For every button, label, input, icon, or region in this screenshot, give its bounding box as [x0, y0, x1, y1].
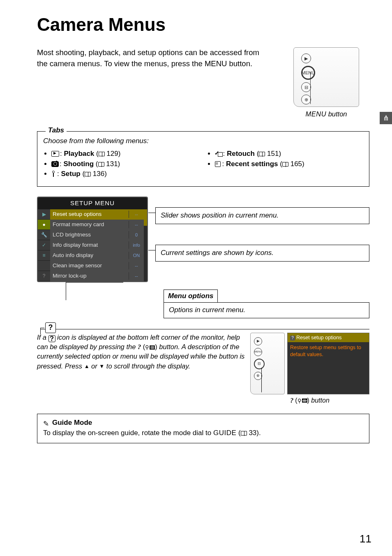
caption-button-word: button	[309, 397, 330, 404]
serif-q-icon: ?	[290, 397, 295, 404]
guide-frag: (	[236, 429, 240, 437]
page-ref: 33	[249, 429, 256, 437]
tab-shooting: : Shooting ( 131)	[51, 160, 200, 169]
lcd-row: Clean image sensor--	[50, 261, 144, 271]
down-triangle-icon: ▼	[99, 363, 104, 369]
guide-mode-box: Guide Mode To display the on-screen guid…	[37, 414, 369, 443]
help-question-icon: ?	[45, 322, 56, 333]
page-ref: 131	[106, 160, 118, 168]
menu-button-figure: ▶ MENU ⊟ ⊕ MENU button	[283, 47, 369, 118]
tab-recent: : Recent settings ( 165)	[215, 160, 364, 169]
menu-options-body: Options in current menu.	[164, 302, 369, 318]
lcd-tab-recent-icon: ≡	[38, 250, 50, 261]
page-ref: 151	[267, 150, 279, 158]
zoom-in-icon: ⊕	[254, 372, 262, 380]
lcd-scrollbar	[144, 209, 147, 281]
intro-paragraph: Most shooting, playback, and setup optio…	[37, 47, 271, 118]
help-frag: to scroll through the display.	[104, 362, 190, 370]
page-ref: 136	[93, 170, 104, 178]
lcd-row-label: Auto info display	[50, 252, 129, 259]
menu-icon: MENU	[254, 348, 262, 356]
guide-frag: To display the on-screen guide, rotate t…	[43, 429, 213, 437]
zoom-in-icon: ⊕	[301, 95, 311, 104]
lcd-list: Reset setup options-- Format memory card…	[50, 209, 144, 281]
play-icon: ▶	[254, 337, 262, 345]
callout-slider: Slider shows position in current menu.	[155, 207, 369, 224]
tabs-list-left: : Playback ( 129) : Shooting ( 131) : Se…	[43, 148, 200, 180]
page-ref-icon	[99, 152, 105, 156]
zoom-out-thumb-icon: ⚲	[297, 397, 307, 405]
lcd-tab-play-icon: ▶	[38, 209, 50, 220]
lcd-header: SETUP MENU	[38, 197, 147, 209]
section-thumb-tab: ⋔	[380, 112, 392, 124]
menu-button-icon: MENU	[301, 66, 315, 80]
lcd-row: Auto info displayON	[50, 250, 144, 261]
lcd-row: Info display formatinfo	[50, 240, 144, 250]
page-ref: 129	[106, 150, 118, 158]
camera-back-small-illustration: ▶ MENU ⊟ ⊕	[250, 333, 285, 394]
tabs-lead: Choose from the following menus:	[43, 137, 363, 146]
lcd-row-label: Format memory card	[50, 221, 129, 228]
lcd-row: Format memory card--	[50, 220, 144, 230]
lcd-row: Mirror lock-up--	[50, 271, 144, 281]
page-ref-icon	[282, 162, 288, 167]
menu-button-caption: MENU button	[283, 109, 369, 118]
lcd-row-value: ON	[129, 253, 144, 259]
lcd-screenshot: SETUP MENU ▶ ● 🔧 ✓ ≡ ? Reset setup optio…	[37, 197, 148, 282]
help-text: If a ? icon is displayed at the bottom l…	[37, 333, 245, 405]
help-tooltip: ?Reset setup options Restore setup menu …	[287, 333, 369, 394]
lcd-row-value: --	[129, 222, 144, 228]
guide-mode-title: Guide Mode	[43, 418, 363, 428]
page-number: 11	[360, 532, 371, 546]
play-icon: ▶	[301, 53, 311, 63]
guide-title-text: Guide Mode	[52, 419, 92, 426]
setup-icon	[51, 171, 56, 177]
zoom-out-button-icon: ⊟	[254, 359, 265, 369]
guide-mode-body: To display the on-screen guide, rotate t…	[43, 429, 363, 438]
page-title: Camera Menus	[37, 12, 369, 37]
tabs-box: Tabs Choose from the following menus: : …	[37, 131, 369, 187]
tabs-list-right: : Retouch ( 151) : Recent settings ( 165…	[207, 148, 364, 180]
menu-options-box: Menu options Options in current menu.	[164, 290, 369, 318]
zoom-out-thumb-icon: ⚲	[145, 344, 155, 351]
page-ref-icon	[259, 152, 265, 156]
lcd-tab-icons: ▶ ● 🔧 ✓ ≡ ?	[38, 209, 50, 281]
help-section: ? If a ? icon is displayed at the bottom…	[37, 329, 369, 405]
lcd-row: Reset setup options--	[50, 209, 144, 220]
menu-options-title: Menu options	[164, 290, 218, 303]
lcd-row-label: LCD brightness	[50, 231, 129, 239]
lcd-tab-retouch-icon: ✓	[38, 240, 50, 250]
tab-name: Playback	[64, 150, 94, 158]
lcd-row-value: --	[129, 211, 144, 218]
lcd-row-value: --	[129, 273, 144, 279]
retouch-icon	[215, 151, 222, 157]
lcd-tab-blank	[38, 261, 50, 271]
note-pencil-icon	[43, 419, 51, 427]
tab-name: Setup	[61, 170, 80, 178]
page-ref-icon	[241, 431, 247, 436]
guide-frag: ).	[256, 429, 261, 437]
camera-back-illustration: ▶ MENU ⊟ ⊕	[293, 47, 359, 107]
help-frag: or	[90, 362, 99, 370]
caption-button-word: button	[326, 110, 347, 118]
lcd-tab-help-icon: ?	[38, 271, 50, 281]
tab-name: Recent settings	[226, 160, 278, 168]
help-button-caption: ? (⚲) button	[250, 396, 369, 405]
lcd-row-label: Clean image sensor	[50, 262, 129, 269]
tab-playback: : Playback ( 129)	[51, 149, 200, 159]
tab-retouch: : Retouch ( 151)	[215, 149, 364, 159]
tooltip-heading: ?Reset setup options	[288, 333, 369, 343]
tooltip-title: Reset setup options	[296, 335, 342, 341]
caption-menu-word: MENU	[305, 110, 326, 118]
page-ref-icon	[98, 162, 104, 167]
page-ref: 165	[291, 160, 302, 168]
help-q-inline-icon: ?	[48, 335, 55, 342]
tooltip-body: Restore setup menu settings to default v…	[288, 342, 369, 360]
tab-name: Retouch	[227, 150, 255, 158]
lcd-row-label: Reset setup options	[50, 211, 129, 218]
lcd-row-label: Mirror lock-up	[50, 272, 129, 280]
lcd-tab-shoot-icon: ●	[38, 220, 50, 230]
serif-q-icon: ?	[138, 343, 141, 351]
help-frag: If a	[37, 334, 48, 341]
lcd-row-label: Info display format	[50, 241, 129, 249]
